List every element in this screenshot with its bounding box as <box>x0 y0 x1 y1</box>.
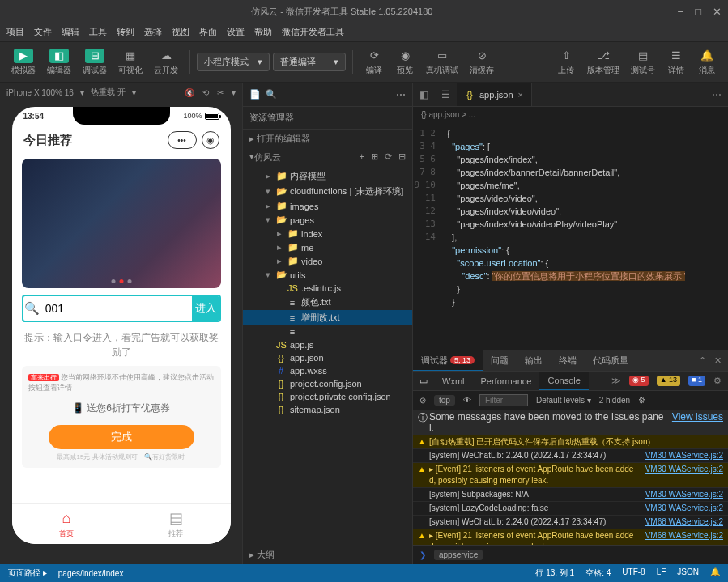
appservice-context[interactable]: appservice <box>434 550 483 560</box>
notification-icon[interactable]: 🔔 <box>710 567 720 579</box>
console-tab-调试器[interactable]: 调试器5, 13 <box>413 350 483 371</box>
console-tab-终端[interactable]: 终端 <box>551 350 585 371</box>
more-tabs-icon[interactable]: ⋯ <box>705 89 728 100</box>
tree-node[interactable]: {}app.json <box>243 351 412 364</box>
context-select[interactable]: top <box>434 395 455 406</box>
menu-转到[interactable]: 转到 <box>117 26 134 38</box>
project-section[interactable]: ▾ 仿风云 + ⊞ ⟳ ⊟ <box>243 148 412 167</box>
more-icon[interactable]: ▾ <box>232 88 236 97</box>
menu-文件[interactable]: 文件 <box>34 26 52 38</box>
tree-node[interactable]: ▸📁me <box>243 240 412 254</box>
open-editors-section[interactable]: ▸ 打开的编辑器 <box>243 130 412 148</box>
tab-推荐[interactable]: ▤推荐 <box>121 504 231 544</box>
menu-帮助[interactable]: 帮助 <box>254 26 272 38</box>
tree-node[interactable]: ≡ <box>243 325 412 338</box>
devtools-tab-Console[interactable]: Console <box>539 372 588 390</box>
capsule-menu[interactable]: ••• <box>168 131 197 149</box>
message-btn[interactable]: 🔔消息 <box>692 47 722 78</box>
visual[interactable]: ▦可视化 <box>113 47 147 78</box>
remote-debug[interactable]: ▭真机调试 <box>421 47 463 78</box>
console-tab-问题[interactable]: 问题 <box>483 350 517 371</box>
refresh-icon[interactable]: ⟳ <box>385 151 392 164</box>
tree-node[interactable]: ▸📁images <box>243 199 412 213</box>
tree-node[interactable]: #app.wxss <box>243 364 412 377</box>
details-btn[interactable]: ☰详情 <box>662 47 691 78</box>
settings-icon[interactable]: ⚙ <box>638 396 645 405</box>
minimize-icon[interactable]: − <box>678 6 684 18</box>
view-issues-link[interactable]: View issues <box>672 411 723 434</box>
menu-界面[interactable]: 界面 <box>199 26 217 38</box>
filter-input[interactable] <box>479 394 528 406</box>
menu-微信开发者工具[interactable]: 微信开发者工具 <box>282 26 344 38</box>
tree-node[interactable]: ≡增删改.txt <box>243 310 412 325</box>
split-icon[interactable]: ☰ <box>435 89 457 100</box>
tree-node[interactable]: {}sitemap.json <box>243 403 412 416</box>
compile-select[interactable]: 普通编译▾ <box>273 53 346 71</box>
eye-icon[interactable]: 👁 <box>463 396 471 405</box>
tab-首页[interactable]: ⌂首页 <box>12 504 121 544</box>
eol-setting[interactable]: LF <box>657 567 666 579</box>
encoding[interactable]: UTF-8 <box>622 567 645 579</box>
indent-setting[interactable]: 空格: 4 <box>585 567 611 579</box>
test-btn[interactable]: ▤测试号 <box>626 47 660 78</box>
menu-编辑[interactable]: 编辑 <box>62 26 79 38</box>
new-file-icon[interactable]: + <box>360 151 364 164</box>
tree-node[interactable]: ≡颜色.txt <box>243 295 412 310</box>
menu-项目[interactable]: 项目 <box>6 26 24 38</box>
preview-btn[interactable]: ◉预览 <box>390 47 419 78</box>
search-tab-icon[interactable]: 🔍 <box>266 89 277 100</box>
hot-reload[interactable]: 热重载 开 <box>91 87 126 98</box>
language-mode[interactable]: JSON <box>677 567 699 579</box>
devtools-tab-Wxml[interactable]: Wxml <box>434 372 473 390</box>
tree-node[interactable]: {}project.config.json <box>243 377 412 390</box>
maximize-icon[interactable]: □ <box>695 6 701 18</box>
debugger[interactable]: ⊟调试器 <box>78 47 112 78</box>
page-path-label[interactable]: 页面路径 ▸ <box>8 567 47 579</box>
tree-node[interactable]: ▾📂cloudfunctions | [未选择环境] <box>243 184 412 199</box>
close-icon[interactable]: ✕ <box>713 6 722 18</box>
tree-node[interactable]: {}project.private.config.json <box>243 390 412 403</box>
code-input[interactable] <box>40 296 192 321</box>
enter-button[interactable]: 进入 <box>192 296 219 321</box>
capsule-close[interactable]: ◉ <box>202 131 219 149</box>
page-route[interactable]: pages/index/index <box>58 569 124 578</box>
ellipsis-icon[interactable]: ⋯ <box>396 89 406 100</box>
explorer-tab-icon[interactable]: 📄 <box>249 89 261 100</box>
upload-btn[interactable]: ⇧上传 <box>551 47 581 78</box>
mute-icon[interactable]: 🔇 <box>185 88 194 97</box>
levels-select[interactable]: Default levels ▾ <box>536 396 591 405</box>
tree-node[interactable]: ▸📁index <box>243 227 412 240</box>
simulator[interactable]: ▶模拟器 <box>6 47 40 78</box>
close-panel-icon[interactable]: ✕ <box>714 355 722 366</box>
editor[interactable]: ◧编辑器 <box>42 47 76 78</box>
ad-complete-button[interactable]: 完成 <box>49 425 194 449</box>
banner-swiper[interactable] <box>22 159 221 288</box>
hidden-count[interactable]: 2 hidden <box>599 396 630 405</box>
console-tab-输出[interactable]: 输出 <box>517 350 551 371</box>
breadcrumb[interactable]: {} app.json > ... <box>413 107 728 122</box>
new-folder-icon[interactable]: ⊞ <box>371 151 378 164</box>
menu-设置[interactable]: 设置 <box>227 26 245 38</box>
device-select[interactable]: iPhone X 100% 16 <box>6 88 74 97</box>
element-picker-icon[interactable]: ▭ <box>413 376 434 386</box>
cut-icon[interactable]: ✂ <box>217 88 224 97</box>
code-editor[interactable]: 1 2 3 4 5 6 7 8 9 10 11 12 13 14 { "page… <box>413 122 728 350</box>
mode-select[interactable]: 小程序模式▾ <box>197 53 270 71</box>
tree-node[interactable]: JSapp.js <box>243 338 412 351</box>
rotate-icon[interactable]: ⟲ <box>202 88 209 97</box>
cloud[interactable]: ☁云开发 <box>149 47 183 78</box>
clear-cache[interactable]: ⊘清缓存 <box>465 47 499 78</box>
tree-node[interactable]: ▾📂utils <box>243 268 412 282</box>
editor-tab[interactable]: {}app.json× <box>457 83 532 106</box>
tree-node[interactable]: ▸📁video <box>243 254 412 268</box>
version-btn[interactable]: ⎇版本管理 <box>582 47 624 78</box>
menu-选择[interactable]: 选择 <box>144 26 162 38</box>
chevron-up-icon[interactable]: ⌃ <box>699 355 706 366</box>
split-left-icon[interactable]: ◧ <box>413 89 435 100</box>
compile-btn[interactable]: ⟳编译 <box>360 47 389 78</box>
console-tab-代码质量[interactable]: 代码质量 <box>585 350 636 371</box>
devtools-tab-Performance[interactable]: Performance <box>473 372 540 390</box>
outline-section[interactable]: ▸ 大纲 <box>243 546 412 564</box>
tree-node[interactable]: JS.eslintrc.js <box>243 282 412 295</box>
menu-工具[interactable]: 工具 <box>89 26 107 38</box>
